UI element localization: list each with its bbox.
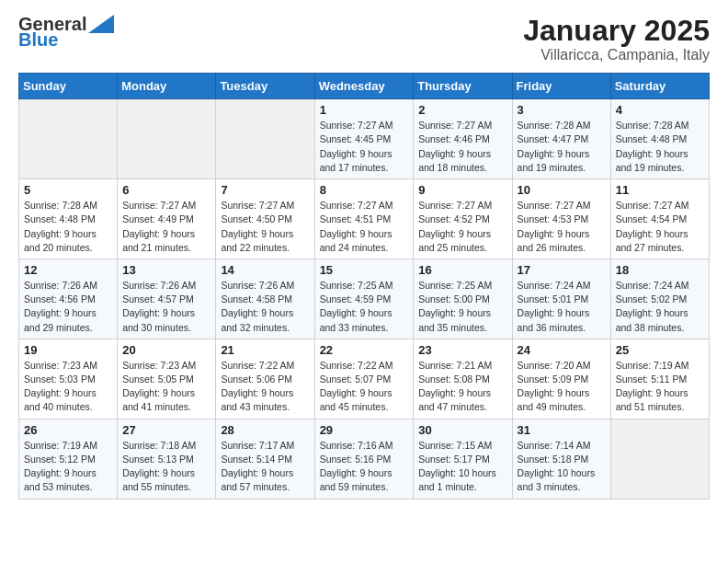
calendar-week-5: 26Sunrise: 7:19 AM Sunset: 5:12 PM Dayli…	[19, 419, 710, 499]
day-info: Sunrise: 7:19 AM Sunset: 5:12 PM Dayligh…	[24, 439, 112, 495]
day-info: Sunrise: 7:26 AM Sunset: 4:58 PM Dayligh…	[221, 279, 309, 335]
calendar-cell-w4-d7: 25Sunrise: 7:19 AM Sunset: 5:11 PM Dayli…	[610, 339, 709, 419]
calendar-week-3: 12Sunrise: 7:26 AM Sunset: 4:56 PM Dayli…	[19, 259, 710, 339]
calendar-cell-w5-d5: 30Sunrise: 7:15 AM Sunset: 5:17 PM Dayli…	[414, 419, 512, 499]
col-friday: Friday	[512, 74, 610, 99]
day-number: 24	[518, 343, 606, 357]
calendar-cell-w3-d7: 18Sunrise: 7:24 AM Sunset: 5:02 PM Dayli…	[610, 259, 709, 339]
day-info: Sunrise: 7:27 AM Sunset: 4:45 PM Dayligh…	[320, 119, 409, 175]
col-monday: Monday	[118, 74, 216, 99]
day-info: Sunrise: 7:23 AM Sunset: 5:03 PM Dayligh…	[24, 359, 112, 415]
day-number: 28	[221, 423, 309, 437]
calendar-cell-w5-d2: 27Sunrise: 7:18 AM Sunset: 5:13 PM Dayli…	[118, 419, 216, 499]
day-info: Sunrise: 7:28 AM Sunset: 4:48 PM Dayligh…	[24, 199, 112, 255]
day-info: Sunrise: 7:21 AM Sunset: 5:08 PM Dayligh…	[418, 359, 506, 415]
calendar-cell-w3-d2: 13Sunrise: 7:26 AM Sunset: 4:57 PM Dayli…	[118, 259, 216, 339]
day-info: Sunrise: 7:24 AM Sunset: 5:01 PM Dayligh…	[518, 279, 606, 335]
calendar-week-4: 19Sunrise: 7:23 AM Sunset: 5:03 PM Dayli…	[19, 339, 710, 419]
calendar-table: Sunday Monday Tuesday Wednesday Thursday…	[18, 73, 710, 499]
day-number: 13	[122, 263, 210, 277]
calendar-cell-w2-d2: 6Sunrise: 7:27 AM Sunset: 4:49 PM Daylig…	[118, 179, 216, 259]
day-number: 7	[221, 183, 309, 197]
calendar-cell-w5-d6: 31Sunrise: 7:14 AM Sunset: 5:18 PM Dayli…	[512, 419, 610, 499]
day-number: 9	[418, 183, 506, 197]
calendar-cell-w4-d4: 22Sunrise: 7:22 AM Sunset: 5:07 PM Dayli…	[314, 339, 414, 419]
col-wednesday: Wednesday	[314, 74, 414, 99]
day-info: Sunrise: 7:25 AM Sunset: 5:00 PM Dayligh…	[418, 279, 506, 335]
day-info: Sunrise: 7:27 AM Sunset: 4:52 PM Dayligh…	[418, 199, 506, 255]
day-info: Sunrise: 7:27 AM Sunset: 4:51 PM Dayligh…	[320, 199, 409, 255]
calendar-cell-w2-d1: 5Sunrise: 7:28 AM Sunset: 4:48 PM Daylig…	[19, 179, 118, 259]
day-number: 21	[221, 343, 309, 357]
day-info: Sunrise: 7:26 AM Sunset: 4:57 PM Dayligh…	[122, 279, 210, 335]
day-info: Sunrise: 7:23 AM Sunset: 5:05 PM Dayligh…	[122, 359, 210, 415]
day-number: 1	[320, 103, 409, 117]
day-info: Sunrise: 7:19 AM Sunset: 5:11 PM Dayligh…	[616, 359, 704, 415]
calendar-cell-w3-d3: 14Sunrise: 7:26 AM Sunset: 4:58 PM Dayli…	[216, 259, 314, 339]
day-number: 26	[24, 423, 112, 437]
day-number: 20	[122, 343, 210, 357]
day-number: 17	[518, 263, 606, 277]
day-number: 19	[24, 343, 112, 357]
day-number: 18	[616, 263, 704, 277]
day-number: 25	[616, 343, 704, 357]
calendar-cell-w2-d7: 11Sunrise: 7:27 AM Sunset: 4:54 PM Dayli…	[610, 179, 709, 259]
day-number: 16	[418, 263, 506, 277]
calendar-cell-w3-d6: 17Sunrise: 7:24 AM Sunset: 5:01 PM Dayli…	[512, 259, 610, 339]
calendar-cell-w2-d6: 10Sunrise: 7:27 AM Sunset: 4:53 PM Dayli…	[512, 179, 610, 259]
calendar-cell-w5-d1: 26Sunrise: 7:19 AM Sunset: 5:12 PM Dayli…	[19, 419, 118, 499]
calendar-cell-w5-d4: 29Sunrise: 7:16 AM Sunset: 5:16 PM Dayli…	[314, 419, 414, 499]
day-info: Sunrise: 7:28 AM Sunset: 4:47 PM Dayligh…	[518, 119, 606, 175]
calendar-cell-w3-d5: 16Sunrise: 7:25 AM Sunset: 5:00 PM Dayli…	[414, 259, 512, 339]
day-info: Sunrise: 7:27 AM Sunset: 4:49 PM Dayligh…	[122, 199, 210, 255]
day-number: 31	[518, 423, 606, 437]
col-saturday: Saturday	[610, 74, 709, 99]
logo-blue-text: Blue	[18, 29, 58, 51]
day-info: Sunrise: 7:27 AM Sunset: 4:53 PM Dayligh…	[518, 199, 606, 255]
day-number: 12	[24, 263, 112, 277]
day-info: Sunrise: 7:27 AM Sunset: 4:54 PM Dayligh…	[616, 199, 704, 255]
day-number: 11	[616, 183, 704, 197]
calendar-cell-w3-d4: 15Sunrise: 7:25 AM Sunset: 4:59 PM Dayli…	[314, 259, 414, 339]
day-info: Sunrise: 7:14 AM Sunset: 5:18 PM Dayligh…	[518, 439, 606, 495]
calendar-cell-w4-d6: 24Sunrise: 7:20 AM Sunset: 5:09 PM Dayli…	[512, 339, 610, 419]
day-number: 22	[320, 343, 409, 357]
calendar-subtitle: Villaricca, Campania, Italy	[523, 47, 710, 63]
calendar-cell-w4-d1: 19Sunrise: 7:23 AM Sunset: 5:03 PM Dayli…	[19, 339, 118, 419]
calendar-cell-w2-d4: 8Sunrise: 7:27 AM Sunset: 4:51 PM Daylig…	[314, 179, 414, 259]
day-info: Sunrise: 7:17 AM Sunset: 5:14 PM Dayligh…	[221, 439, 309, 495]
calendar-cell-w1-d3	[216, 99, 314, 179]
calendar-cell-w1-d2	[118, 99, 216, 179]
calendar-cell-w1-d1	[19, 99, 118, 179]
day-number: 4	[616, 103, 704, 117]
calendar-week-1: 1Sunrise: 7:27 AM Sunset: 4:45 PM Daylig…	[19, 99, 710, 179]
logo: General Blue	[18, 15, 114, 51]
calendar-cell-w1-d7: 4Sunrise: 7:28 AM Sunset: 4:48 PM Daylig…	[610, 99, 709, 179]
calendar-cell-w3-d1: 12Sunrise: 7:26 AM Sunset: 4:56 PM Dayli…	[19, 259, 118, 339]
day-number: 15	[320, 263, 409, 277]
day-info: Sunrise: 7:24 AM Sunset: 5:02 PM Dayligh…	[616, 279, 704, 335]
day-info: Sunrise: 7:27 AM Sunset: 4:50 PM Dayligh…	[221, 199, 309, 255]
day-number: 14	[221, 263, 309, 277]
calendar-cell-w4-d3: 21Sunrise: 7:22 AM Sunset: 5:06 PM Dayli…	[216, 339, 314, 419]
day-info: Sunrise: 7:22 AM Sunset: 5:06 PM Dayligh…	[221, 359, 309, 415]
day-number: 3	[518, 103, 606, 117]
day-info: Sunrise: 7:25 AM Sunset: 4:59 PM Dayligh…	[320, 279, 409, 335]
col-tuesday: Tuesday	[216, 74, 314, 99]
calendar-cell-w2-d3: 7Sunrise: 7:27 AM Sunset: 4:50 PM Daylig…	[216, 179, 314, 259]
day-number: 2	[418, 103, 506, 117]
day-number: 29	[320, 423, 409, 437]
day-number: 23	[418, 343, 506, 357]
logo-icon	[88, 15, 114, 33]
day-number: 30	[418, 423, 506, 437]
day-number: 27	[122, 423, 210, 437]
col-sunday: Sunday	[19, 74, 118, 99]
day-number: 10	[518, 183, 606, 197]
calendar-title: January 2025	[523, 15, 710, 47]
header: General Blue January 2025 Villaricca, Ca…	[18, 15, 710, 63]
calendar-cell-w4-d2: 20Sunrise: 7:23 AM Sunset: 5:05 PM Dayli…	[118, 339, 216, 419]
calendar-cell-w4-d5: 23Sunrise: 7:21 AM Sunset: 5:08 PM Dayli…	[414, 339, 512, 419]
calendar-header-row: Sunday Monday Tuesday Wednesday Thursday…	[19, 74, 710, 99]
calendar-cell-w1-d5: 2Sunrise: 7:27 AM Sunset: 4:46 PM Daylig…	[414, 99, 512, 179]
calendar-cell-w1-d4: 1Sunrise: 7:27 AM Sunset: 4:45 PM Daylig…	[314, 99, 414, 179]
